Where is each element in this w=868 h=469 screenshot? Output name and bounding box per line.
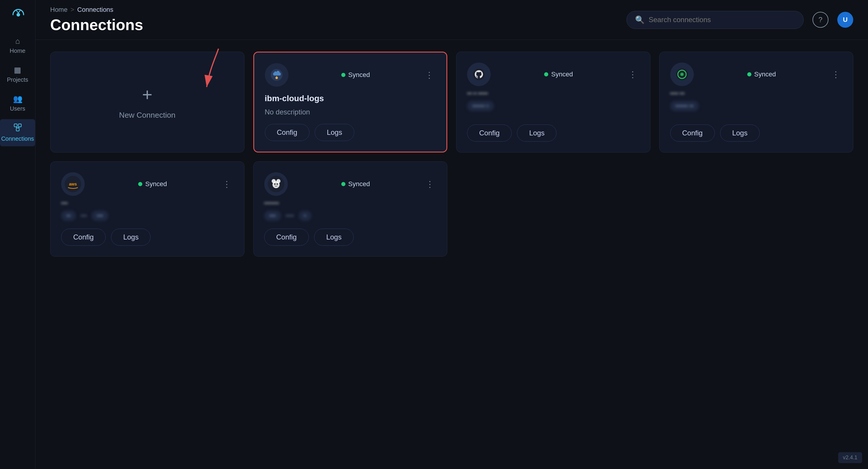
- card-actions-puppet: Config Logs: [264, 226, 437, 246]
- content-area: + New Connection: [35, 40, 868, 469]
- card-meta-text-aws-2: •••: [81, 212, 87, 219]
- card-meta-pill-puppet-2: •: [299, 211, 311, 221]
- card-meta-text-chat-1: ••••• •••: [670, 91, 685, 96]
- page-title: Connections: [50, 16, 143, 34]
- card-status-puppet: Synced: [341, 180, 370, 188]
- status-label-chat: Synced: [754, 70, 776, 78]
- svg-rect-3: [16, 128, 19, 131]
- sidebar-item-projects[interactable]: ▦ Projects: [0, 61, 35, 87]
- breadcrumb: Home > Connections: [50, 6, 143, 13]
- svg-point-0: [17, 13, 20, 16]
- card-meta-chat-1: ••••• •••: [670, 91, 843, 96]
- logs-button-puppet[interactable]: Logs: [314, 229, 354, 246]
- card-status-github: Synced: [544, 70, 573, 78]
- watermark: v2.4.1: [838, 452, 862, 463]
- config-button-chat[interactable]: Config: [670, 125, 715, 142]
- card-name-ibm: ibm-cloud-logs: [265, 94, 436, 103]
- search-box[interactable]: 🔍: [626, 11, 804, 29]
- card-actions-github: Config Logs: [467, 122, 640, 142]
- svg-text:aws: aws: [69, 182, 77, 187]
- card-meta-pill-chat: •••••• ••: [670, 101, 699, 111]
- logs-button-github[interactable]: Logs: [517, 125, 557, 142]
- card-menu-github[interactable]: ⋮: [626, 68, 639, 80]
- breadcrumb-separator: >: [70, 6, 74, 13]
- search-input[interactable]: [649, 15, 795, 24]
- sidebar-item-connections[interactable]: Connections: [0, 119, 35, 146]
- new-connection-card[interactable]: + New Connection: [50, 52, 244, 153]
- card-meta-text-puppet-1: •••••••••: [264, 201, 279, 206]
- status-label-aws: Synced: [145, 180, 167, 188]
- card-meta-chat-2: •••••• ••: [670, 101, 843, 111]
- svg-point-21: [274, 183, 275, 185]
- svg-point-14: [681, 74, 683, 75]
- card-logo-chat: [670, 63, 694, 86]
- card-menu-ibm[interactable]: ⋮: [423, 69, 436, 81]
- status-dot-puppet: [341, 182, 345, 186]
- logs-button-aws[interactable]: Logs: [111, 229, 151, 246]
- status-dot-aws: [138, 182, 142, 186]
- card-actions-aws: Config Logs: [61, 226, 234, 246]
- card-header-ibm: Synced ⋮: [265, 63, 436, 87]
- card-actions-chat: Config Logs: [670, 122, 843, 142]
- header-left: Home > Connections Connections: [50, 6, 143, 34]
- card-meta-pill-puppet-1: •••: [264, 211, 281, 221]
- app-logo: [9, 6, 27, 24]
- card-status-chat: Synced: [747, 70, 776, 78]
- logs-button-ibm[interactable]: Logs: [315, 124, 354, 141]
- help-button[interactable]: ?: [812, 12, 829, 28]
- sidebar-label-users: Users: [10, 105, 25, 112]
- config-button-ibm[interactable]: Config: [265, 124, 309, 141]
- svg-point-20: [276, 179, 280, 183]
- logs-button-chat[interactable]: Logs: [720, 125, 760, 142]
- sidebar-item-home[interactable]: ⌂ Home: [0, 32, 35, 58]
- card-logo-aws: aws: [61, 172, 85, 196]
- card-meta-puppet-2: ••• •••• •: [264, 211, 437, 221]
- status-label-puppet: Synced: [348, 180, 370, 188]
- connection-card-chat: Synced ⋮ ••••• ••• •••••• •• Config Logs: [659, 52, 854, 153]
- avatar: U: [837, 12, 853, 28]
- svg-rect-2: [18, 124, 21, 127]
- connection-card-aws: aws Synced ⋮ •••• •• ••• •••: [50, 161, 244, 257]
- connection-card-puppet: Synced ⋮ ••••••••• ••• •••• • Config Log…: [253, 161, 447, 257]
- users-icon: 👥: [13, 94, 23, 104]
- row2-grid: aws Synced ⋮ •••• •• ••• •••: [50, 161, 853, 257]
- sidebar: ⌂ Home ▦ Projects 👥 Users Connections: [0, 0, 35, 469]
- card-meta-github-1: ••• •• ••••••: [467, 91, 640, 96]
- main-content: Home > Connections Connections 🔍 ? U: [35, 0, 868, 469]
- card-header-aws: aws Synced ⋮: [61, 172, 234, 196]
- status-dot-ibm: [341, 73, 345, 77]
- card-logo-puppet: [264, 172, 288, 196]
- header-right: 🔍 ? U: [626, 11, 853, 29]
- status-dot-github: [544, 72, 548, 76]
- breadcrumb-home[interactable]: Home: [50, 6, 68, 13]
- svg-point-22: [276, 183, 278, 185]
- card-meta-github-2: •••••• •: [467, 101, 640, 111]
- config-button-aws[interactable]: Config: [61, 229, 106, 246]
- connections-grid: + New Connection: [50, 52, 853, 153]
- card-status-ibm: Synced: [341, 71, 370, 79]
- new-connection-label: New Connection: [119, 111, 175, 120]
- config-button-github[interactable]: Config: [467, 125, 512, 142]
- card-menu-chat[interactable]: ⋮: [829, 68, 842, 80]
- card-meta-pill-aws-2: •••: [92, 211, 108, 221]
- search-icon: 🔍: [635, 15, 645, 25]
- card-status-aws: Synced: [138, 180, 167, 188]
- svg-point-8: [275, 77, 278, 79]
- card-meta-text-github-1: ••• •• ••••••: [467, 91, 488, 96]
- sidebar-label-home: Home: [10, 47, 25, 54]
- config-button-puppet[interactable]: Config: [264, 229, 309, 246]
- plus-icon: +: [142, 85, 152, 105]
- card-menu-aws[interactable]: ⋮: [220, 178, 233, 190]
- card-meta-text-puppet-2: ••••: [286, 212, 294, 219]
- connection-card-ibm: Synced ⋮ ibm-cloud-logs No description C…: [253, 52, 447, 153]
- card-menu-puppet[interactable]: ⋮: [423, 178, 436, 190]
- sidebar-item-users[interactable]: 👥 Users: [0, 90, 35, 116]
- status-label-ibm: Synced: [348, 71, 370, 79]
- card-actions-ibm: Config Logs: [265, 121, 436, 141]
- sidebar-label-connections: Connections: [1, 135, 34, 142]
- home-icon: ⌂: [16, 37, 20, 46]
- header: Home > Connections Connections 🔍 ? U: [35, 0, 868, 40]
- connections-icon: [13, 123, 22, 134]
- svg-point-19: [272, 179, 276, 183]
- card-meta-aws-2: •• ••• •••: [61, 211, 234, 221]
